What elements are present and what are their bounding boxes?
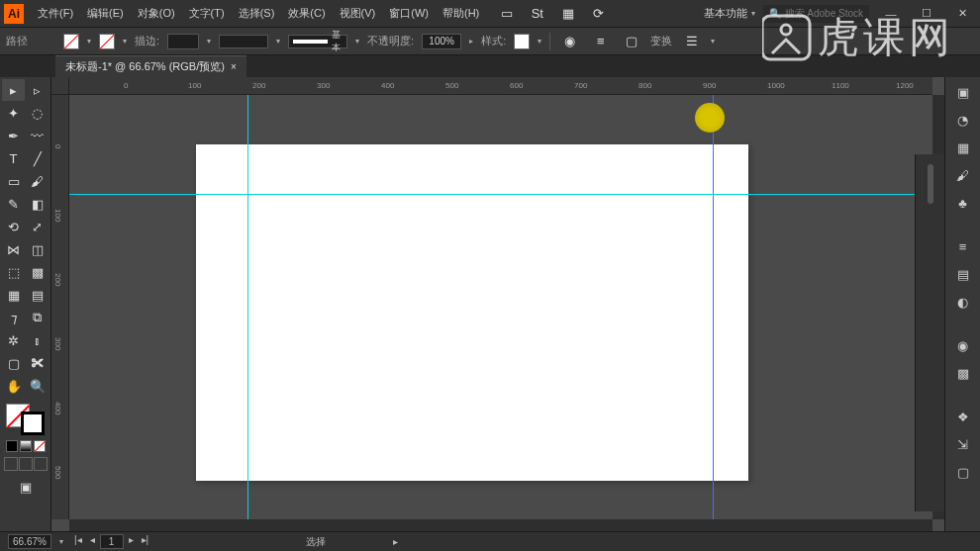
type-tool[interactable]: T — [2, 147, 25, 169]
curvature-tool[interactable]: 〰 — [26, 125, 49, 146]
shape-icon[interactable]: ▢ — [620, 31, 642, 52]
artboard-tool[interactable]: ▢ — [2, 352, 25, 374]
chevron-down-icon[interactable]: ▾ — [355, 37, 359, 46]
scrollbar-horizontal[interactable] — [69, 519, 932, 531]
swatches-panel-icon[interactable]: ▦ — [951, 137, 975, 158]
guide-horizontal[interactable] — [69, 194, 932, 195]
zoom-level[interactable]: 66.67% — [8, 534, 51, 549]
eraser-tool[interactable]: ◧ — [26, 193, 49, 215]
rectangle-tool[interactable]: ▭ — [2, 170, 25, 192]
status-play-icon[interactable]: ▸ — [393, 536, 398, 547]
chevron-down-icon[interactable]: ▾ — [207, 37, 211, 46]
stroke-panel-icon[interactable]: ≡ — [951, 235, 975, 257]
screen-mode-icon[interactable]: ▣ — [2, 476, 49, 498]
menu-file[interactable]: 文件(F) — [32, 3, 79, 24]
canvas[interactable]: 0 100 200 300 400 500 600 700 800 900 10… — [51, 77, 944, 531]
shape-builder-tool[interactable]: ⬚ — [2, 261, 25, 283]
mesh-tool[interactable]: ▦ — [2, 284, 25, 306]
chevron-down-icon[interactable]: ▸ — [469, 37, 473, 46]
pen-tool[interactable]: ✒ — [2, 125, 25, 146]
column-graph-tool[interactable]: ⫾ — [26, 329, 49, 351]
perspective-tool[interactable]: ▩ — [26, 261, 49, 283]
menu-help[interactable]: 帮助(H) — [437, 3, 485, 24]
menu-object[interactable]: 对象(O) — [132, 3, 181, 24]
ruler-origin[interactable] — [51, 77, 69, 95]
search-stock[interactable]: 🔍 搜索 Adobe Stock — [763, 5, 869, 23]
scale-tool[interactable]: ⤢ — [26, 216, 49, 237]
menu-edit[interactable]: 编辑(E) — [81, 3, 130, 24]
menu-select[interactable]: 选择(S) — [233, 3, 281, 24]
line-tool[interactable]: ╱ — [26, 147, 49, 169]
brushes-panel-icon[interactable]: 🖌 — [951, 164, 975, 186]
none-mode-icon[interactable] — [34, 440, 46, 452]
artboards-panel-icon[interactable]: ▢ — [951, 461, 975, 483]
next-artboard-button[interactable]: ▸ — [126, 534, 137, 549]
layers-panel-icon[interactable]: ❖ — [951, 406, 975, 427]
eyedropper-tool[interactable]: ⁊ — [2, 307, 25, 328]
chevron-down-icon[interactable]: ▾ — [538, 37, 541, 46]
last-artboard-button[interactable]: ▸| — [139, 534, 152, 549]
menu-type[interactable]: 文字(T) — [183, 3, 231, 24]
stock-icon[interactable]: St — [526, 3, 548, 25]
fill-stroke-control[interactable] — [2, 402, 49, 437]
lasso-tool[interactable]: ◌ — [26, 102, 49, 124]
artboard[interactable] — [196, 144, 748, 481]
appearance-panel-icon[interactable]: ◉ — [951, 334, 975, 356]
align-icon[interactable]: ≡ — [589, 31, 612, 52]
minimize-button[interactable]: ― — [877, 4, 905, 24]
free-transform-tool[interactable]: ◫ — [26, 238, 49, 260]
magic-wand-tool[interactable]: ✦ — [2, 102, 25, 124]
bridge-icon[interactable]: ▭ — [495, 3, 518, 25]
first-artboard-button[interactable]: |◂ — [71, 534, 85, 549]
opacity-input[interactable]: 100% — [422, 34, 461, 49]
slice-tool[interactable]: ✀ — [26, 352, 49, 374]
menu-effect[interactable]: 效果(C) — [282, 3, 331, 24]
draw-normal-icon[interactable] — [4, 457, 18, 471]
recolor-icon[interactable]: ◉ — [558, 31, 581, 52]
close-button[interactable]: ✕ — [948, 4, 976, 24]
width-tool[interactable]: ⋈ — [2, 238, 25, 260]
direct-selection-tool[interactable]: ▹ — [26, 79, 49, 101]
stroke-weight-input[interactable] — [167, 34, 199, 49]
menu-view[interactable]: 视图(V) — [334, 3, 382, 24]
zoom-tool[interactable]: 🔍 — [26, 375, 49, 397]
chevron-down-icon[interactable]: ▾ — [123, 37, 127, 46]
gradient-panel-icon[interactable]: ▤ — [951, 263, 975, 285]
color-panel-icon[interactable]: ◔ — [951, 109, 975, 131]
fill-swatch[interactable] — [63, 34, 79, 49]
hand-tool[interactable]: ✋ — [2, 375, 25, 397]
symbols-panel-icon[interactable]: ♣ — [951, 192, 975, 214]
guide-vertical[interactable] — [713, 95, 714, 519]
style-swatch[interactable] — [514, 34, 530, 49]
draw-behind-icon[interactable] — [19, 457, 33, 471]
close-icon[interactable]: × — [231, 61, 237, 72]
menu-window[interactable]: 窗口(W) — [383, 3, 435, 24]
gradient-mode-icon[interactable] — [20, 440, 32, 452]
stroke-swatch[interactable] — [99, 34, 115, 49]
ruler-vertical[interactable]: 0 100 200 300 400 500 — [51, 95, 69, 519]
guide-vertical[interactable] — [247, 95, 248, 519]
gpu-icon[interactable]: ⟳ — [587, 3, 610, 25]
draw-inside-icon[interactable] — [34, 457, 48, 471]
var-width-profile[interactable] — [219, 35, 268, 48]
chevron-down-icon[interactable]: ▾ — [87, 37, 91, 46]
prev-artboard-button[interactable]: ◂ — [87, 534, 98, 549]
symbol-sprayer-tool[interactable]: ✲ — [2, 329, 25, 351]
stroke-color[interactable] — [21, 412, 45, 435]
isolate-icon[interactable]: ☰ — [680, 31, 703, 52]
arrange-docs-icon[interactable]: ▦ — [556, 3, 579, 25]
asset-export-panel-icon[interactable]: ⇲ — [951, 433, 975, 455]
ruler-horizontal[interactable]: 0 100 200 300 400 500 600 700 800 900 10… — [69, 77, 932, 95]
chevron-down-icon[interactable]: ▾ — [711, 37, 715, 46]
properties-panel-icon[interactable]: ▣ — [951, 81, 975, 103]
blend-tool[interactable]: ⧉ — [26, 307, 49, 328]
brush-definition[interactable]: 基本 — [288, 35, 347, 48]
transparency-panel-icon[interactable]: ◐ — [951, 291, 975, 313]
paintbrush-tool[interactable]: 🖌 — [26, 170, 49, 192]
artboard-number[interactable]: 1 — [100, 534, 124, 549]
dock-expander[interactable] — [928, 164, 933, 204]
rotate-tool[interactable]: ⟲ — [2, 216, 25, 237]
canvas-viewport[interactable] — [69, 95, 932, 519]
graphic-styles-panel-icon[interactable]: ▩ — [951, 362, 975, 384]
chevron-down-icon[interactable]: ▾ — [276, 37, 280, 46]
